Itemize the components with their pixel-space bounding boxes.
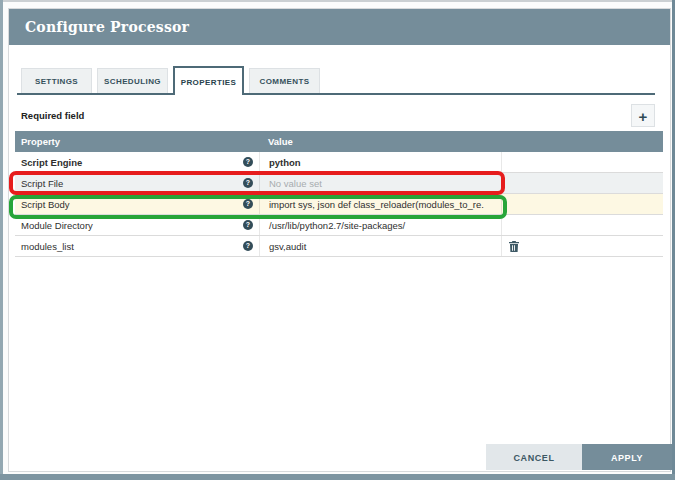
help-icon[interactable]: ? <box>243 241 253 251</box>
row-actions <box>501 215 663 235</box>
tab-settings[interactable]: SETTINGS <box>21 68 92 94</box>
plus-icon: + <box>639 108 648 125</box>
property-row-script-engine: Script Engine ? python <box>15 152 663 173</box>
column-header-actions <box>501 131 663 152</box>
row-actions <box>501 173 663 193</box>
property-value[interactable]: python <box>259 152 501 172</box>
tab-properties[interactable]: PROPERTIES <box>173 66 244 95</box>
script-file-highlight-box <box>9 171 505 195</box>
screenshot-canvas: Configure Processor SETTINGS SCHEDULING … <box>0 0 675 480</box>
border-top <box>0 0 675 2</box>
script-body-highlight-box <box>9 195 507 219</box>
delete-property-button[interactable] <box>509 241 519 252</box>
add-property-button[interactable]: + <box>631 104 655 127</box>
help-icon[interactable]: ? <box>243 220 253 230</box>
property-name: Script Engine <box>21 152 82 173</box>
tab-comments[interactable]: COMMENTS <box>249 68 320 94</box>
property-name: modules_list <box>21 236 74 257</box>
table-header-row: Property Value <box>15 131 663 152</box>
apply-button[interactable]: APPLY <box>582 444 672 470</box>
border-left <box>0 0 3 480</box>
tabbar-underline <box>17 93 655 95</box>
dialog-header: Configure Processor <box>9 9 670 45</box>
column-header-value: Value <box>259 131 501 152</box>
dialog-title: Configure Processor <box>25 9 189 45</box>
border-bottom <box>0 474 675 480</box>
property-value[interactable]: gsv,audit <box>259 236 501 256</box>
tab-scheduling[interactable]: SCHEDULING <box>97 68 168 94</box>
trash-icon <box>509 241 519 252</box>
configure-processor-dialog: Configure Processor SETTINGS SCHEDULING … <box>8 8 671 472</box>
property-row-modules-list: modules_list ? gsv,audit <box>15 236 663 257</box>
required-field-label: Required field <box>21 110 84 121</box>
column-header-property: Property <box>15 131 259 152</box>
row-actions <box>501 152 663 172</box>
help-icon[interactable]: ? <box>243 157 253 167</box>
cancel-button[interactable]: CANCEL <box>486 444 582 470</box>
row-actions <box>501 194 663 214</box>
property-column-label: Property <box>21 131 60 152</box>
